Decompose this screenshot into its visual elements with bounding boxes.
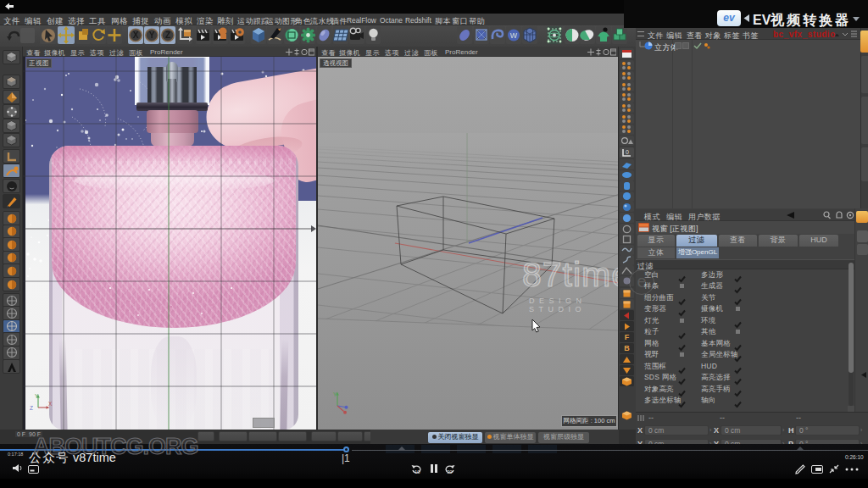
svg-text:10: 10 — [415, 469, 420, 474]
svg-text:X: X — [133, 30, 139, 40]
svg-text:W: W — [510, 31, 518, 40]
svg-text:Z: Z — [30, 405, 33, 411]
svg-text:Y: Y — [149, 30, 155, 40]
svg-text:0: 0 — [626, 149, 629, 155]
svg-text:Y: Y — [35, 393, 39, 399]
svg-text:Z: Z — [165, 30, 170, 40]
svg-text:X: X — [48, 401, 53, 407]
svg-text:30: 30 — [447, 469, 453, 474]
svg-text:Y: Y — [333, 391, 337, 397]
